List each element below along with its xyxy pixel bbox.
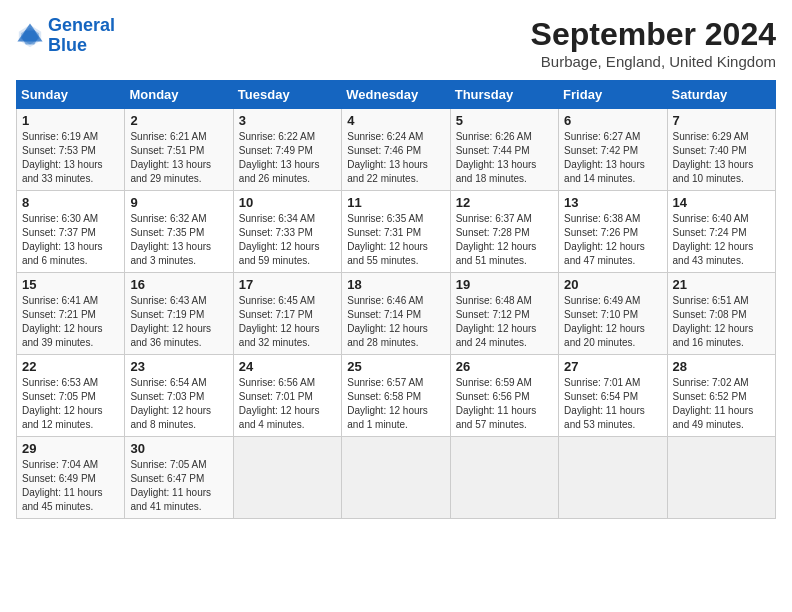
day-info: Sunrise: 6:49 AMSunset: 7:10 PMDaylight:… [564,295,645,348]
day-number: 25 [347,359,444,374]
day-info: Sunrise: 6:29 AMSunset: 7:40 PMDaylight:… [673,131,754,184]
calendar-day-cell: 23Sunrise: 6:54 AMSunset: 7:03 PMDayligh… [125,355,233,437]
calendar-day-cell: 9Sunrise: 6:32 AMSunset: 7:35 PMDaylight… [125,191,233,273]
day-number: 30 [130,441,227,456]
month-title: September 2024 [531,16,776,53]
calendar-day-cell: 18Sunrise: 6:46 AMSunset: 7:14 PMDayligh… [342,273,450,355]
weekday-header-tuesday: Tuesday [233,81,341,109]
day-number: 4 [347,113,444,128]
day-number: 2 [130,113,227,128]
day-info: Sunrise: 6:24 AMSunset: 7:46 PMDaylight:… [347,131,428,184]
page-header: General Blue September 2024 Burbage, Eng… [16,16,776,70]
logo-icon [16,22,44,50]
weekday-header-saturday: Saturday [667,81,775,109]
day-info: Sunrise: 6:48 AMSunset: 7:12 PMDaylight:… [456,295,537,348]
day-info: Sunrise: 6:32 AMSunset: 7:35 PMDaylight:… [130,213,211,266]
calendar-day-cell: 1Sunrise: 6:19 AMSunset: 7:53 PMDaylight… [17,109,125,191]
day-number: 7 [673,113,770,128]
day-info: Sunrise: 6:46 AMSunset: 7:14 PMDaylight:… [347,295,428,348]
day-number: 9 [130,195,227,210]
calendar-week-row: 1Sunrise: 6:19 AMSunset: 7:53 PMDaylight… [17,109,776,191]
title-block: September 2024 Burbage, England, United … [531,16,776,70]
calendar-week-row: 29Sunrise: 7:04 AMSunset: 6:49 PMDayligh… [17,437,776,519]
day-info: Sunrise: 7:02 AMSunset: 6:52 PMDaylight:… [673,377,754,430]
day-info: Sunrise: 6:53 AMSunset: 7:05 PMDaylight:… [22,377,103,430]
weekday-header-sunday: Sunday [17,81,125,109]
calendar-day-cell: 4Sunrise: 6:24 AMSunset: 7:46 PMDaylight… [342,109,450,191]
day-info: Sunrise: 6:41 AMSunset: 7:21 PMDaylight:… [22,295,103,348]
day-number: 24 [239,359,336,374]
day-number: 11 [347,195,444,210]
day-number: 26 [456,359,553,374]
day-info: Sunrise: 6:22 AMSunset: 7:49 PMDaylight:… [239,131,320,184]
day-number: 19 [456,277,553,292]
calendar-day-cell: 3Sunrise: 6:22 AMSunset: 7:49 PMDaylight… [233,109,341,191]
weekday-header-friday: Friday [559,81,667,109]
day-info: Sunrise: 6:43 AMSunset: 7:19 PMDaylight:… [130,295,211,348]
day-info: Sunrise: 7:01 AMSunset: 6:54 PMDaylight:… [564,377,645,430]
day-info: Sunrise: 6:19 AMSunset: 7:53 PMDaylight:… [22,131,103,184]
weekday-header-wednesday: Wednesday [342,81,450,109]
day-number: 13 [564,195,661,210]
calendar-day-cell [233,437,341,519]
calendar-day-cell: 2Sunrise: 6:21 AMSunset: 7:51 PMDaylight… [125,109,233,191]
calendar-day-cell: 27Sunrise: 7:01 AMSunset: 6:54 PMDayligh… [559,355,667,437]
logo-text: General Blue [48,16,115,56]
weekday-header-row: SundayMondayTuesdayWednesdayThursdayFrid… [17,81,776,109]
logo: General Blue [16,16,115,56]
day-number: 17 [239,277,336,292]
day-number: 27 [564,359,661,374]
calendar-day-cell: 14Sunrise: 6:40 AMSunset: 7:24 PMDayligh… [667,191,775,273]
calendar-day-cell: 16Sunrise: 6:43 AMSunset: 7:19 PMDayligh… [125,273,233,355]
day-number: 29 [22,441,119,456]
calendar-day-cell: 11Sunrise: 6:35 AMSunset: 7:31 PMDayligh… [342,191,450,273]
calendar-week-row: 8Sunrise: 6:30 AMSunset: 7:37 PMDaylight… [17,191,776,273]
calendar-day-cell: 12Sunrise: 6:37 AMSunset: 7:28 PMDayligh… [450,191,558,273]
day-info: Sunrise: 6:56 AMSunset: 7:01 PMDaylight:… [239,377,320,430]
calendar-day-cell: 13Sunrise: 6:38 AMSunset: 7:26 PMDayligh… [559,191,667,273]
calendar-day-cell: 15Sunrise: 6:41 AMSunset: 7:21 PMDayligh… [17,273,125,355]
day-number: 21 [673,277,770,292]
day-number: 14 [673,195,770,210]
calendar-day-cell [342,437,450,519]
day-info: Sunrise: 6:37 AMSunset: 7:28 PMDaylight:… [456,213,537,266]
day-info: Sunrise: 6:54 AMSunset: 7:03 PMDaylight:… [130,377,211,430]
day-info: Sunrise: 6:59 AMSunset: 6:56 PMDaylight:… [456,377,537,430]
calendar-day-cell: 21Sunrise: 6:51 AMSunset: 7:08 PMDayligh… [667,273,775,355]
day-info: Sunrise: 6:57 AMSunset: 6:58 PMDaylight:… [347,377,428,430]
calendar-day-cell: 25Sunrise: 6:57 AMSunset: 6:58 PMDayligh… [342,355,450,437]
day-number: 16 [130,277,227,292]
day-info: Sunrise: 6:30 AMSunset: 7:37 PMDaylight:… [22,213,103,266]
calendar-day-cell [559,437,667,519]
day-info: Sunrise: 6:45 AMSunset: 7:17 PMDaylight:… [239,295,320,348]
day-number: 20 [564,277,661,292]
day-number: 10 [239,195,336,210]
calendar-day-cell: 30Sunrise: 7:05 AMSunset: 6:47 PMDayligh… [125,437,233,519]
day-number: 12 [456,195,553,210]
calendar-day-cell: 8Sunrise: 6:30 AMSunset: 7:37 PMDaylight… [17,191,125,273]
day-number: 22 [22,359,119,374]
calendar-day-cell [667,437,775,519]
calendar-day-cell: 28Sunrise: 7:02 AMSunset: 6:52 PMDayligh… [667,355,775,437]
weekday-header-thursday: Thursday [450,81,558,109]
day-info: Sunrise: 6:21 AMSunset: 7:51 PMDaylight:… [130,131,211,184]
day-number: 1 [22,113,119,128]
location: Burbage, England, United Kingdom [531,53,776,70]
calendar-day-cell [450,437,558,519]
day-info: Sunrise: 6:51 AMSunset: 7:08 PMDaylight:… [673,295,754,348]
calendar-day-cell: 6Sunrise: 6:27 AMSunset: 7:42 PMDaylight… [559,109,667,191]
calendar-table: SundayMondayTuesdayWednesdayThursdayFrid… [16,80,776,519]
calendar-day-cell: 20Sunrise: 6:49 AMSunset: 7:10 PMDayligh… [559,273,667,355]
day-number: 18 [347,277,444,292]
calendar-day-cell: 26Sunrise: 6:59 AMSunset: 6:56 PMDayligh… [450,355,558,437]
calendar-day-cell: 10Sunrise: 6:34 AMSunset: 7:33 PMDayligh… [233,191,341,273]
calendar-day-cell: 19Sunrise: 6:48 AMSunset: 7:12 PMDayligh… [450,273,558,355]
day-number: 15 [22,277,119,292]
calendar-day-cell: 17Sunrise: 6:45 AMSunset: 7:17 PMDayligh… [233,273,341,355]
weekday-header-monday: Monday [125,81,233,109]
calendar-day-cell: 24Sunrise: 6:56 AMSunset: 7:01 PMDayligh… [233,355,341,437]
calendar-day-cell: 22Sunrise: 6:53 AMSunset: 7:05 PMDayligh… [17,355,125,437]
day-number: 6 [564,113,661,128]
day-info: Sunrise: 6:34 AMSunset: 7:33 PMDaylight:… [239,213,320,266]
calendar-week-row: 22Sunrise: 6:53 AMSunset: 7:05 PMDayligh… [17,355,776,437]
